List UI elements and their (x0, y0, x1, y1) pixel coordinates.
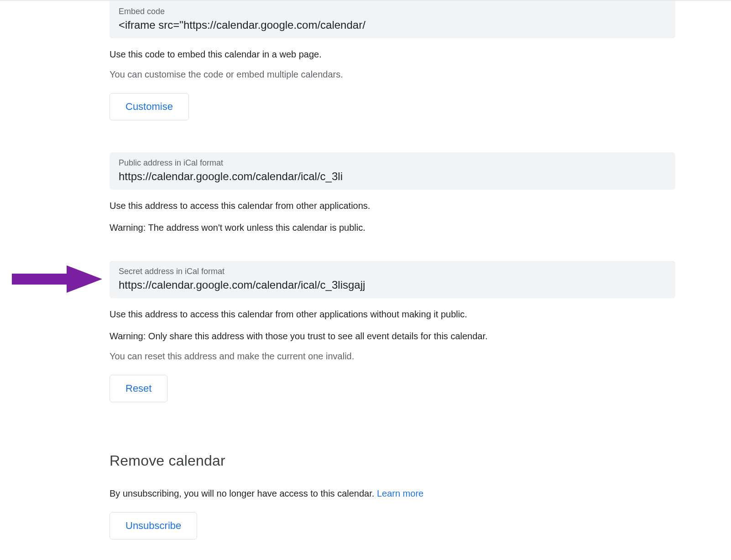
remove-calendar-help: By unsubscribing, you will no longer hav… (110, 487, 675, 499)
customise-button[interactable]: Customise (110, 93, 189, 120)
remove-help-text: By unsubscribing, you will no longer hav… (110, 488, 377, 498)
reset-button[interactable]: Reset (110, 375, 167, 402)
secret-ical-warning-text: Warning: Only share this address with th… (110, 330, 675, 342)
learn-more-link[interactable]: Learn more (377, 488, 423, 498)
embed-help-text: Use this code to embed this calendar in … (110, 48, 675, 60)
public-ical-value: https://calendar.google.com/calendar/ica… (119, 170, 365, 183)
remove-calendar-heading: Remove calendar (110, 452, 675, 469)
public-ical-field[interactable]: Public address in iCal format https://ca… (110, 152, 675, 190)
public-ical-label: Public address in iCal format (119, 158, 666, 168)
public-ical-warning-text: Warning: The address won't work unless t… (110, 222, 675, 233)
svg-marker-0 (12, 265, 102, 293)
embed-code-label: Embed code (119, 6, 666, 16)
annotation-arrow-icon (12, 261, 103, 297)
embed-help-text-secondary: You can customise the code or embed mult… (110, 68, 675, 80)
secret-ical-value: https://calendar.google.com/calendar/ica… (119, 278, 424, 292)
secret-ical-help-text: Use this address to access this calendar… (110, 308, 675, 320)
secret-ical-label: Secret address in iCal format (119, 266, 666, 276)
secret-ical-reset-note: You can reset this address and make the … (110, 350, 675, 362)
embed-code-value: <iframe src="https://calendar.google.com… (119, 18, 438, 32)
settings-content: Embed code <iframe src="https://calendar… (110, 1, 675, 539)
secret-ical-field[interactable]: Secret address in iCal format https://ca… (110, 261, 675, 298)
public-ical-help-text: Use this address to access this calendar… (110, 200, 675, 212)
embed-code-field[interactable]: Embed code <iframe src="https://calendar… (110, 1, 675, 38)
unsubscribe-button[interactable]: Unsubscribe (110, 512, 197, 539)
